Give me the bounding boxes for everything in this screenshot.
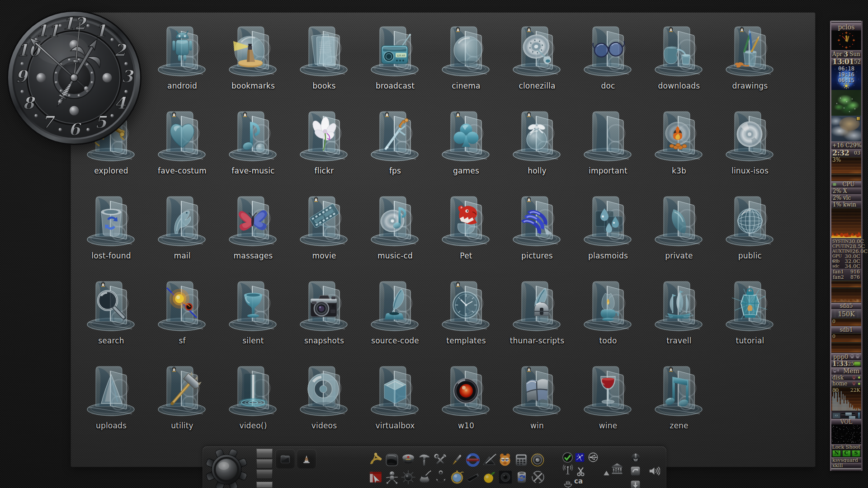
sidebar-sun-moon-panel[interactable]: 06:18 19:16 06:15 [831,66,861,90]
disk-sda5-krell[interactable]: 150K [831,309,861,318]
disk-sdb1-chart[interactable]: 0 [831,333,861,343]
lock-button[interactable]: Lock [831,444,845,450]
net-ppp0-header[interactable]: ppp0 [831,353,861,360]
tray-officer-cap-icon[interactable] [400,452,416,468]
desktop-icon-games[interactable]: games [431,108,501,188]
xkill-button[interactable]: xkill [831,463,861,468]
desktop-icon-mail[interactable]: mail [147,193,217,273]
desktop-icon-music-cd[interactable]: music-cd [360,193,430,273]
desktop-icon-broadcast[interactable]: broadcast [360,23,430,103]
desktop-icon-tutorial[interactable]: tutorial [715,278,785,358]
desktop-icon-doc[interactable]: doc [573,23,643,103]
ksysguard-button[interactable]: ksysguard [831,457,861,463]
desktop-icon-linux-isos[interactable]: linux-isos [715,108,785,188]
net-led[interactable] [854,362,860,366]
launcher-file-manager[interactable] [275,449,295,469]
disk-sdb1-header[interactable]: sdb1 [831,326,861,333]
desktop-icon-fave-music[interactable]: fave-music [218,108,288,188]
scroll-lock-led[interactable]: S [852,450,860,457]
volume-sliders[interactable]: ‹› [831,411,861,419]
shoot-button[interactable]: Shoot [845,444,861,450]
tray-dark-sun-icon[interactable] [400,469,416,485]
sidebar-radar-map[interactable] [831,90,861,116]
desktop-icon-holly[interactable]: holly [502,108,572,188]
disk-sda5-chart[interactable]: 0 [831,318,861,326]
net-chart[interactable] [831,343,861,353]
desktop-icon-fave-costum[interactable]: fave-costum [147,108,217,188]
desktop-icon-win[interactable]: win [502,363,572,443]
tray-download-icon[interactable] [627,477,643,488]
sidebar-time[interactable]: 13:01 52 [831,58,861,66]
desktop-icon-downloads[interactable]: downloads [644,23,714,103]
mem-disk-row[interactable]: disk [831,375,861,380]
desktop-icon-Pet[interactable]: Pet [431,193,501,273]
tray-robot-icon[interactable] [384,469,400,485]
sidebar-date[interactable]: Apr 3 Sun [831,50,861,58]
desktop-icon-drawings[interactable]: drawings [715,23,785,103]
desktop-icon-bookmarks[interactable]: bookmarks [218,23,288,103]
disk-sda5-header[interactable]: sda5 [831,303,861,309]
chart-strip-3[interactable] [831,288,861,303]
launcher-vlc[interactable] [297,449,316,469]
tray-aperture-icon[interactable] [497,469,514,485]
mem-home-row[interactable]: home [831,380,861,387]
sidebar-satellite-map[interactable] [831,116,861,141]
sidebar-analog-clock[interactable] [831,31,861,50]
tray-pocket-watch-icon[interactable] [449,469,465,485]
desktop-icon-android[interactable]: android [147,23,217,103]
tray-building-icon[interactable] [609,460,625,477]
desktop-icon-important[interactable]: important [573,108,643,188]
sidebar-title[interactable]: pclos [831,23,861,31]
caps-lock-led[interactable]: C [842,450,851,457]
mem-history-chart[interactable]: 80 22K [831,387,861,411]
tray-gimp-icon[interactable] [497,452,513,468]
desktop-icon-search[interactable]: search [76,278,146,358]
desktop-icon-videos[interactable]: videos [289,363,359,443]
desktop-icon-sf[interactable]: sf [147,278,217,358]
desktop-icon-lost-found[interactable]: lost-found [76,193,146,273]
tray-calculator-icon[interactable] [513,452,529,468]
desktop-icon-utility[interactable]: utility [147,363,217,443]
desktop-icon-source-code[interactable]: source-code [360,278,430,358]
desktop-icon-wine[interactable]: wine [573,363,643,443]
desktop-icon-clonezilla[interactable]: clonezilla [502,23,572,103]
volume-header[interactable]: VOL [831,419,861,425]
app-menu-gear-button[interactable] [205,448,248,488]
tray-e-logo-icon[interactable] [465,452,481,468]
desktop-icon-thunar-scripts[interactable]: thunar-scripts [502,278,572,358]
cpu-section-header[interactable]: CPU [831,181,861,188]
desktop-icon-virtualbox[interactable]: virtualbox [360,363,430,443]
tray-inkpot-icon[interactable] [416,469,433,485]
starfield-panel[interactable] [831,425,861,444]
desktop-icon-private[interactable]: private [644,193,714,273]
tray-recycle-can-icon[interactable] [514,469,530,485]
desktop-icon-uploads[interactable]: uploads [76,363,146,443]
tray-red-editor-icon[interactable] [368,469,384,485]
cpu-usage-chart[interactable]: 3% [831,157,861,174]
desktop-icon-pictures[interactable]: pictures [502,193,572,273]
desktop-icon-k3b[interactable]: k3b [644,108,714,188]
pager-desktop-1[interactable] [256,449,273,458]
sidebar-weather[interactable]: +16 C 29% [831,141,861,149]
chart-strip-1[interactable] [831,174,861,181]
net-timer[interactable]: 1:33 25 [831,360,861,367]
desktop-icon-silent[interactable]: silent [218,278,288,358]
keyboard-layout-indicator[interactable]: ca [574,477,583,485]
tray-tools-crossed-icon[interactable] [432,452,448,468]
tray-power-plug-icon[interactable] [627,450,644,466]
tray-lemon-icon[interactable] [481,469,497,485]
desktop-icon-cinema[interactable]: cinema [431,23,501,103]
tray-hammer-icon[interactable] [416,452,432,468]
mem-header[interactable]: Mem [831,367,861,375]
tray-sextant-icon[interactable] [368,452,384,468]
tray-wallet-icon[interactable] [384,452,400,468]
tray-fountain-pen-icon[interactable] [448,452,465,468]
pager-desktop-3[interactable] [256,469,273,479]
desktop-icon-templates[interactable]: templates [431,278,501,358]
tray-wedge-icon[interactable] [465,469,481,485]
desktop-icon-snapshots[interactable]: snapshots [289,278,359,358]
desktop-icon-movie[interactable]: movie [289,193,359,273]
desktop-icon-fps[interactable]: fps [360,108,430,188]
analog-clock-widget[interactable]: 121234567891011 [5,9,143,146]
tray-anchor-icon[interactable] [433,469,449,485]
